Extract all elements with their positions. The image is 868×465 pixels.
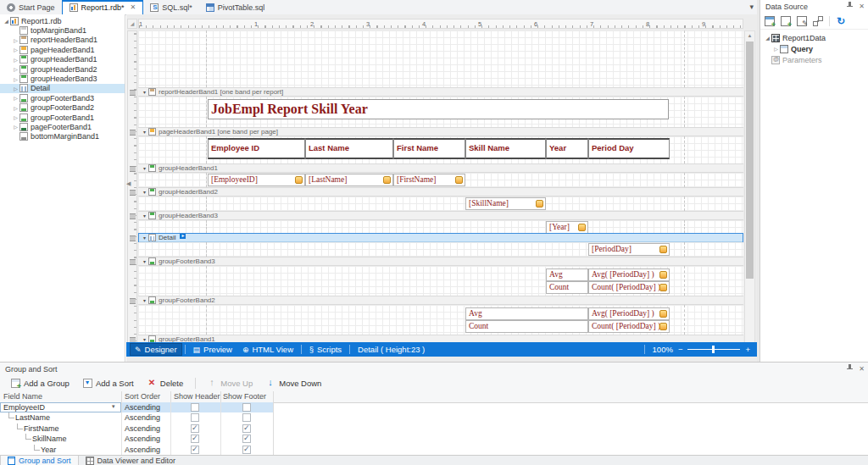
tree-item-groupfooterband1[interactable]: ▷groupFooterBand1 <box>0 113 125 122</box>
show-footer-checkbox[interactable] <box>242 435 251 443</box>
report-cell-lastname[interactable]: [LastName] <box>305 174 393 186</box>
expander-icon[interactable]: ▷ <box>12 66 19 72</box>
group-row-skillname[interactable]: SkillNameAscending <box>0 434 273 445</box>
expander-icon[interactable]: ◢ <box>3 18 10 24</box>
column-header-field-name[interactable]: Field Name <box>3 392 42 401</box>
close-tab-icon[interactable]: ✕ <box>131 3 136 11</box>
column-header-show-footer[interactable]: Show Footer <box>223 392 266 401</box>
smart-tag-icon[interactable]: ▸ <box>180 233 186 239</box>
show-header-checkbox[interactable] <box>191 435 199 443</box>
move-down-button[interactable]: Move Down <box>260 376 327 390</box>
tree-item-groupfooterband3[interactable]: ▷groupFooterBand3 <box>0 93 125 102</box>
expander-icon[interactable]: ▷ <box>772 46 780 52</box>
add-a-group-button[interactable]: Add a Group <box>5 376 75 390</box>
field-name-value[interactable]: EmployeeID <box>3 403 45 412</box>
report-cell-count-periodday[interactable]: Count( [PeriodDay] ) <box>588 320 670 333</box>
report-cell-avg-periodday[interactable]: Avg( [PeriodDay] ) <box>588 307 670 320</box>
show-header-checkbox[interactable] <box>191 424 199 433</box>
band-content-reportheaderband1[interactable]: JobEmpl Report Skill Year <box>138 97 743 127</box>
add-datasource-icon[interactable] <box>765 16 775 26</box>
report-cell-first-name[interactable]: First Name <box>393 138 465 159</box>
band-collapse-icon[interactable]: ▾ <box>143 235 146 241</box>
band-content-groupheaderband2[interactable]: [SkillName] <box>138 197 743 211</box>
pin-icon[interactable] <box>847 364 853 373</box>
delete-button[interactable]: Delete <box>142 376 189 390</box>
tab-pivottable-sql[interactable]: PivotTable.sql <box>199 0 272 14</box>
band-grip[interactable] <box>130 298 136 304</box>
report-cell-year[interactable]: Year <box>546 138 588 159</box>
show-header-checkbox[interactable] <box>191 413 199 422</box>
tree-item-reportheaderband1[interactable]: ▷reportHeaderBand1 <box>0 36 125 45</box>
tree-item-groupheaderband3[interactable]: ▷groupHeaderBand3 <box>0 74 125 83</box>
report-cell-avg[interactable]: Avg <box>546 268 588 281</box>
column-header-sort-order[interactable]: Sort Order <box>125 392 160 401</box>
group-row-employeeid[interactable]: EmployeeID▾Ascending <box>0 402 273 413</box>
band-grip[interactable] <box>130 213 136 219</box>
band-grip[interactable] <box>130 90 136 96</box>
report-cell-employeeid[interactable]: [EmployeeID] <box>208 174 305 186</box>
band-header-groupheaderband1[interactable]: ▾groupHeaderBand1 <box>138 163 743 173</box>
data-source-node-report1data[interactable]: ◢Report1Data <box>760 32 868 43</box>
band-content-pageheaderband1[interactable]: Employee IDLast NameFirst NameSkill Name… <box>138 136 743 163</box>
panel-tab-group-and-sort[interactable]: Group and Sort <box>0 456 79 465</box>
column-header-show-header[interactable]: Show Header <box>174 392 220 401</box>
close-icon[interactable]: ✕ <box>859 365 865 373</box>
show-footer-checkbox[interactable] <box>242 403 251 412</box>
tree-item-bottommarginband1[interactable]: bottomMarginBand1 <box>0 132 125 141</box>
tree-item-groupheaderband2[interactable]: ▷groupHeaderBand2 <box>0 64 125 74</box>
band-collapse-icon[interactable]: ▾ <box>143 258 146 264</box>
panel-tab-data-viewer-and-editor[interactable]: Data Viewer and Editor <box>79 456 182 465</box>
report-cell-jobempl-report-skill-year[interactable]: JobEmpl Report Skill Year <box>208 99 669 119</box>
tab-sql-sql[interactable]: SQL.sql* <box>143 0 199 14</box>
expander-icon[interactable]: ▷ <box>12 95 19 101</box>
group-row-firstname[interactable]: FirstNameAscending <box>0 423 273 435</box>
sort-order-value[interactable]: Ascending <box>125 403 160 412</box>
tree-item-groupheaderband1[interactable]: ▷groupHeaderBand1 <box>0 55 125 64</box>
expander-icon[interactable]: ▷ <box>12 114 19 120</box>
expander-icon[interactable]: ▷ <box>12 105 19 111</box>
view-tab-html-view[interactable]: ⊕HTML View <box>237 343 298 356</box>
band-header-groupheaderband2[interactable]: ▾groupHeaderBand2 <box>138 187 743 197</box>
show-footer-checkbox[interactable] <box>242 424 251 433</box>
band-collapse-icon[interactable]: ▾ <box>143 297 146 303</box>
zoom-slider[interactable] <box>687 349 740 350</box>
band-header-groupfooterband2[interactable]: ▾groupFooterBand2 <box>138 296 743 305</box>
show-header-checkbox[interactable] <box>191 403 199 412</box>
band-header-groupfooterband3[interactable]: ▾groupFooterBand3 <box>138 257 743 266</box>
report-cell-count-periodday[interactable]: Count( [PeriodDay] ) <box>588 281 670 294</box>
band-header-pageheaderband1[interactable]: ▾pageHeaderBand1 [one band per page] <box>138 127 743 136</box>
view-tab-designer[interactable]: ✎Designer <box>130 343 182 356</box>
tree-item-topmarginband1[interactable]: topMarginBand1 <box>0 25 125 35</box>
report-page[interactable]: ▾reportHeaderBand1 [one band per report]… <box>138 30 743 357</box>
field-name-value[interactable]: SkillName <box>32 435 67 443</box>
report-cell-last-name[interactable]: Last Name <box>305 138 393 159</box>
group-row-lastname[interactable]: LastNameAscending <box>0 412 273 423</box>
refresh-icon[interactable]: ↻ <box>836 16 846 26</box>
report-cell-period-day[interactable]: Period Day <box>588 138 670 159</box>
field-name-value[interactable]: Year <box>41 446 56 454</box>
band-grip[interactable] <box>130 235 136 241</box>
view-tab-preview[interactable]: ▤Preview <box>188 343 237 356</box>
band-content-detail[interactable]: [PeriodDay] <box>138 242 743 257</box>
scrollbar-thumb[interactable] <box>746 42 754 279</box>
data-source-node-parameters[interactable]: Parameters <box>760 54 868 65</box>
add-query-icon[interactable] <box>781 16 791 26</box>
close-icon[interactable]: ✕ <box>859 3 865 10</box>
tree-item-detail[interactable]: ▷Detail <box>0 84 125 93</box>
field-name-value[interactable]: LastName <box>15 413 50 422</box>
band-content-groupheaderband3[interactable]: [Year] <box>138 220 743 233</box>
band-collapse-icon[interactable]: ▾ <box>143 189 146 195</box>
show-header-checkbox[interactable] <box>191 446 199 454</box>
scroll-up-icon[interactable]: ▲ <box>745 31 754 41</box>
expander-icon[interactable]: ▷ <box>12 37 19 43</box>
band-header-groupheaderband3[interactable]: ▾groupHeaderBand3 <box>138 211 743 220</box>
report-cell-firstname[interactable]: [FirstName] <box>393 174 465 186</box>
tab-start-page[interactable]: Start Page <box>0 0 62 14</box>
edit-query-icon[interactable] <box>797 16 807 26</box>
report-cell-employee-id[interactable]: Employee ID <box>208 138 305 159</box>
expander-icon[interactable]: ▷ <box>12 124 19 130</box>
band-content-groupfooterband3[interactable]: AvgAvg( [PeriodDay] )CountCount( [Period… <box>138 266 743 296</box>
sort-order-value[interactable]: Ascending <box>125 413 160 422</box>
band-collapse-icon[interactable]: ▾ <box>143 165 146 171</box>
band-collapse-icon[interactable]: ▾ <box>143 129 146 135</box>
